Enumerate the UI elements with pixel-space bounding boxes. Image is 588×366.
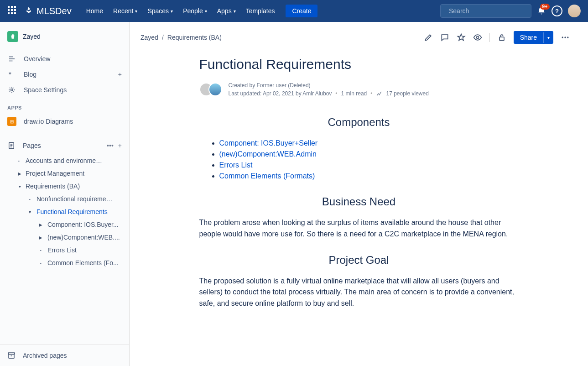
sidebar-item-pages[interactable]: Pages ••• + [0, 137, 129, 154]
business-need-text: The problem arose when looking at the su… [199, 217, 519, 240]
brand-name: MLSDev [36, 6, 72, 16]
share-button-group: Share ▾ [514, 31, 553, 44]
list-item: Component: IOS.Buyer+Seller [219, 138, 519, 149]
chevron-right-icon[interactable]: ▶ [37, 222, 44, 227]
sidebar-item-overview[interactable]: Overview [0, 51, 129, 67]
breadcrumb-separator: / [162, 34, 164, 41]
create-button[interactable]: Create [286, 5, 317, 17]
list-item: Errors List [219, 160, 519, 171]
svg-point-16 [476, 37, 479, 39]
byline-text: Created by Former user (Deleted) Last up… [229, 81, 429, 98]
watch-button[interactable] [473, 33, 482, 42]
page-actions: Share ▾ [424, 31, 570, 44]
content-header: Zayed / Requirements (BA) Share ▾ [130, 22, 588, 44]
top-navigation: MLSDev Home Recent▾ Spaces▾ People▾ Apps… [0, 0, 588, 22]
bullet-icon: • [40, 248, 42, 252]
tree-item-functional[interactable]: ▾Functional Requirements [0, 205, 129, 218]
share-dropdown[interactable]: ▾ [543, 32, 553, 43]
edit-button[interactable] [424, 33, 433, 42]
pages-more-icon[interactable]: ••• [107, 142, 114, 149]
page-icon [7, 141, 16, 150]
svg-rect-5 [14, 9, 16, 11]
nav-apps[interactable]: Apps▾ [213, 5, 239, 17]
breadcrumb-parent[interactable]: Requirements (BA) [167, 34, 222, 41]
svg-text:”: ” [9, 71, 12, 78]
breadcrumb-space[interactable]: Zayed [140, 34, 158, 41]
search-input[interactable] [449, 7, 529, 15]
sidebar: Zayed Overview ” Blog + Space Settings A… [0, 22, 130, 366]
svg-rect-6 [8, 12, 10, 14]
bullet-icon: • [18, 159, 20, 163]
chevron-right-icon[interactable]: ▶ [16, 171, 23, 176]
sidebar-item-space-settings[interactable]: Space Settings [0, 82, 129, 98]
tree-item-component-ios[interactable]: ▶Component: IOS.Buyer... [0, 218, 129, 231]
page-title: Functional Requirements [199, 57, 519, 72]
notifications-button[interactable]: 9+ [537, 6, 546, 16]
nav-templates[interactable]: Templates [242, 5, 279, 17]
star-button[interactable] [457, 33, 466, 42]
chevron-right-icon[interactable]: ▶ [37, 235, 44, 240]
read-time: 1 min read [341, 89, 367, 98]
heading-components: Components [199, 116, 519, 129]
help-button[interactable]: ? [552, 5, 562, 16]
tree-item-requirements[interactable]: ▾Requirements (BA) [0, 180, 129, 193]
svg-rect-8 [14, 12, 16, 14]
sidebar-item-drawio[interactable]: ⊞ draw.io Diagrams [0, 113, 129, 130]
nav-people[interactable]: People▾ [179, 5, 211, 17]
nav-home[interactable]: Home [83, 5, 107, 17]
nav-items: Home Recent▾ Spaces▾ People▾ Apps▾ Templ… [83, 5, 318, 17]
page-tree: •Accounts and environments ▶Project Mana… [0, 154, 129, 269]
tree-item-nonfunctional[interactable]: •Nonfunctional requirements [0, 193, 129, 205]
drawio-icon: ⊞ [7, 117, 16, 126]
sidebar-item-archived[interactable]: Archived pages [0, 345, 129, 366]
svg-rect-2 [14, 6, 16, 8]
link-common-elements[interactable]: Common Elements (Formats) [219, 172, 315, 180]
svg-rect-17 [500, 37, 504, 41]
people-viewed[interactable]: 17 people viewed [386, 89, 428, 98]
overview-icon [7, 55, 16, 63]
more-actions-button[interactable] [561, 33, 570, 42]
share-button[interactable]: Share [514, 31, 543, 44]
sidebar-item-blog[interactable]: ” Blog + [0, 67, 129, 82]
tree-item-accounts[interactable]: •Accounts and environments [0, 154, 129, 167]
avatar [208, 83, 222, 96]
tree-item-project-management[interactable]: ▶Project Management [0, 167, 129, 180]
space-header[interactable]: Zayed [0, 26, 129, 51]
brand-logo[interactable]: MLSDev [24, 6, 72, 16]
project-goal-text: The proposed solution is a fully virtual… [199, 276, 519, 309]
nav-right: 9+ ? [440, 4, 581, 18]
nav-spaces[interactable]: Spaces▾ [144, 5, 177, 17]
gear-icon [7, 86, 16, 94]
blog-icon: ” [7, 70, 16, 78]
chevron-down-icon[interactable]: ▾ [16, 184, 23, 189]
breadcrumb: Zayed / Requirements (BA) [140, 34, 222, 41]
tree-item-component-web[interactable]: ▶(new)Component:WEB.... [0, 231, 129, 244]
list-item: Common Elements (Formats) [219, 171, 519, 182]
last-updated[interactable]: Last updated: Apr 02, 2021 by Amir Aiubo… [229, 89, 332, 98]
tree-item-errors[interactable]: •Errors List [0, 244, 129, 256]
restrictions-button[interactable] [497, 33, 506, 42]
nav-recent[interactable]: Recent▾ [109, 5, 141, 17]
chevron-down-icon: ▾ [205, 9, 207, 14]
app-switcher-icon[interactable] [7, 5, 18, 16]
list-item: (new)Component:WEB.Admin [219, 149, 519, 160]
add-page-icon[interactable]: + [118, 142, 122, 149]
created-by: Created by Former user (Deleted) [229, 81, 429, 89]
chevron-down-icon[interactable]: ▾ [26, 209, 33, 214]
tree-item-common[interactable]: •Common Elements (Fo... [0, 256, 129, 269]
svg-rect-3 [8, 9, 10, 11]
link-component-ios[interactable]: Component: IOS.Buyer+Seller [219, 139, 318, 147]
svg-rect-0 [8, 6, 10, 8]
link-component-web[interactable]: (new)Component:WEB.Admin [219, 150, 317, 158]
link-errors-list[interactable]: Errors List [219, 161, 253, 169]
contributor-avatars[interactable] [199, 83, 222, 96]
components-link-list: Component: IOS.Buyer+Seller (new)Compone… [199, 138, 519, 182]
chevron-down-icon: ▾ [171, 9, 173, 14]
profile-avatar[interactable] [568, 5, 581, 17]
search-box[interactable] [440, 4, 531, 18]
add-blog-icon[interactable]: + [118, 71, 122, 78]
svg-point-12 [11, 89, 13, 91]
divider [489, 33, 490, 42]
layout: Zayed Overview ” Blog + Space Settings A… [0, 22, 588, 366]
comment-button[interactable] [440, 33, 449, 42]
